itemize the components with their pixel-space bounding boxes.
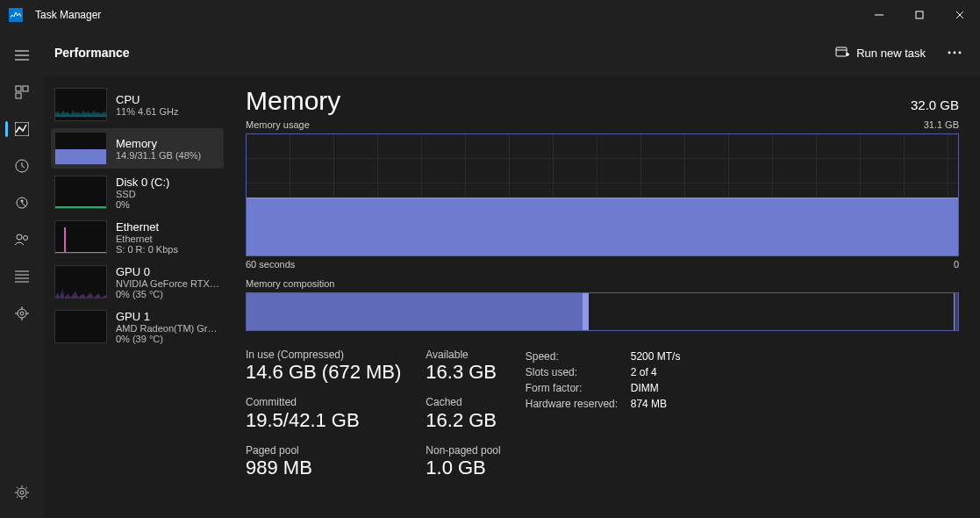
in-use-value: 14.6 GB (672 MB) xyxy=(246,361,401,384)
committed-value: 19.5/42.1 GB xyxy=(246,409,401,432)
svg-point-28 xyxy=(20,491,24,494)
run-task-icon xyxy=(835,45,849,61)
perf-item-name: Disk 0 (C:) xyxy=(116,176,169,189)
maximize-button[interactable] xyxy=(899,0,940,30)
perf-item-gpu1[interactable]: GPU 1 AMD Radeon(TM) Grapl 0% (39 °C) xyxy=(51,306,224,348)
nav-startup-icon[interactable] xyxy=(5,186,39,219)
svg-line-36 xyxy=(26,487,28,489)
settings-icon[interactable] xyxy=(5,476,39,509)
perf-item-sub: 11% 4.61 GHz xyxy=(116,106,179,117)
chart-footer-right: 0 xyxy=(954,259,959,270)
detail-capacity: 32.0 GB xyxy=(911,97,959,112)
close-button[interactable] xyxy=(940,0,980,30)
memory-usage-fill xyxy=(247,198,958,255)
in-use-label: In use (Compressed) xyxy=(246,349,401,361)
svg-point-13 xyxy=(21,200,24,203)
svg-point-42 xyxy=(954,52,956,54)
committed-label: Committed xyxy=(246,396,401,408)
perf-item-sub: SSD xyxy=(116,189,169,199)
gpu0-thumbnail xyxy=(54,265,107,299)
perf-item-sub2: 0% (35 °C) xyxy=(116,289,220,299)
svg-point-43 xyxy=(959,52,962,54)
perf-item-sub2: 0% xyxy=(116,199,169,210)
form-value: DIMM xyxy=(631,382,681,394)
svg-point-21 xyxy=(18,309,26,318)
paged-label: Paged pool xyxy=(246,444,401,457)
perf-item-name: GPU 1 xyxy=(116,310,220,323)
gpu1-thumbnail xyxy=(54,310,107,343)
svg-rect-1 xyxy=(916,11,923,18)
perf-item-name: CPU xyxy=(116,93,179,106)
memory-thumbnail xyxy=(54,132,107,165)
composition-hardware-reserved xyxy=(954,293,958,330)
composition-standby-free xyxy=(589,293,954,330)
available-value: 16.3 GB xyxy=(426,361,500,384)
perf-item-name: Ethernet xyxy=(116,220,178,234)
perf-item-sub: 14.9/31.1 GB (48%) xyxy=(116,150,201,161)
perf-item-ethernet[interactable]: Ethernet Ethernet S: 0 R: 0 Kbps xyxy=(51,217,224,258)
perf-item-sub: Ethernet xyxy=(116,234,178,244)
cpu-thumbnail xyxy=(54,88,107,121)
hamburger-icon[interactable] xyxy=(5,39,39,72)
memory-composition-bar[interactable] xyxy=(246,292,959,331)
perf-item-cpu[interactable]: CPU 11% 4.61 GHz xyxy=(51,84,224,125)
memory-detail-panel: Memory 32.0 GB Memory usage 31.1 GB 60 s… xyxy=(228,76,980,518)
disk-thumbnail xyxy=(54,176,107,209)
performance-sidebar: CPU 11% 4.61 GHz Memory 14.9/31.1 GB (48… xyxy=(44,76,228,518)
svg-line-35 xyxy=(17,497,18,499)
nav-history-icon[interactable] xyxy=(5,149,39,183)
app-icon xyxy=(9,8,23,22)
nav-details-icon[interactable] xyxy=(5,260,39,293)
speed-value: 5200 MT/s xyxy=(631,350,681,363)
detail-title: Memory xyxy=(246,86,340,116)
nonpaged-label: Non-paged pool xyxy=(426,444,500,457)
chart-label-left: Memory usage xyxy=(246,119,310,130)
perf-item-memory[interactable]: Memory 14.9/31.1 GB (48%) xyxy=(51,128,224,169)
slots-key: Slots used: xyxy=(526,366,631,378)
speed-key: Speed: xyxy=(526,350,631,363)
memory-stats: In use (Compressed) 14.6 GB (672 MB) Com… xyxy=(246,349,959,479)
page-header: Performance Run new task xyxy=(44,30,980,76)
available-label: Available xyxy=(426,349,500,361)
paged-value: 989 MB xyxy=(246,457,401,479)
title-bar: Task Manager xyxy=(0,0,980,30)
chart-label-right: 31.1 GB xyxy=(924,119,959,130)
hw-key: Hardware reserved: xyxy=(526,398,631,410)
nav-services-icon[interactable] xyxy=(5,297,39,330)
nav-users-icon[interactable] xyxy=(5,223,39,256)
slots-value: 2 of 4 xyxy=(631,366,681,378)
cached-label: Cached xyxy=(426,396,500,408)
svg-point-16 xyxy=(24,236,28,241)
perf-item-disk[interactable]: Disk 0 (C:) SSD 0% xyxy=(51,172,224,213)
run-new-task-button[interactable]: Run new task xyxy=(826,40,934,66)
minimize-button[interactable] xyxy=(859,0,899,30)
perf-item-sub2: S: 0 R: 0 Kbps xyxy=(116,244,178,255)
svg-rect-9 xyxy=(16,93,21,98)
memory-usage-chart[interactable] xyxy=(246,133,959,256)
svg-point-41 xyxy=(948,52,951,54)
svg-point-15 xyxy=(17,234,22,240)
perf-item-sub2: 0% (39 °C) xyxy=(116,334,220,344)
nav-processes-icon[interactable] xyxy=(5,76,39,109)
memory-spec-table: Speed: 5200 MT/s Slots used: 2 of 4 Form… xyxy=(526,350,681,410)
chart-footer-left: 60 seconds xyxy=(246,259,295,270)
hw-value: 874 MB xyxy=(631,398,681,410)
svg-line-14 xyxy=(22,203,25,206)
perf-item-sub: NVIDIA GeForce RTX 408 xyxy=(116,278,220,289)
ethernet-thumbnail xyxy=(54,220,107,254)
form-key: Form factor: xyxy=(526,382,631,394)
nonpaged-value: 1.0 GB xyxy=(426,457,500,479)
perf-item-gpu0[interactable]: GPU 0 NVIDIA GeForce RTX 408 0% (35 °C) xyxy=(51,262,224,303)
svg-rect-37 xyxy=(836,47,847,56)
perf-item-name: GPU 0 xyxy=(116,265,220,278)
page-title: Performance xyxy=(54,46,130,60)
nav-performance-icon[interactable] xyxy=(5,112,39,146)
svg-point-27 xyxy=(18,488,26,497)
perf-item-name: Memory xyxy=(116,137,201,150)
more-options-button[interactable] xyxy=(940,39,969,67)
svg-line-33 xyxy=(17,487,18,489)
composition-label: Memory composition xyxy=(246,278,959,289)
nav-rail xyxy=(0,30,44,518)
svg-rect-8 xyxy=(23,86,28,91)
run-task-label: Run new task xyxy=(856,47,926,60)
